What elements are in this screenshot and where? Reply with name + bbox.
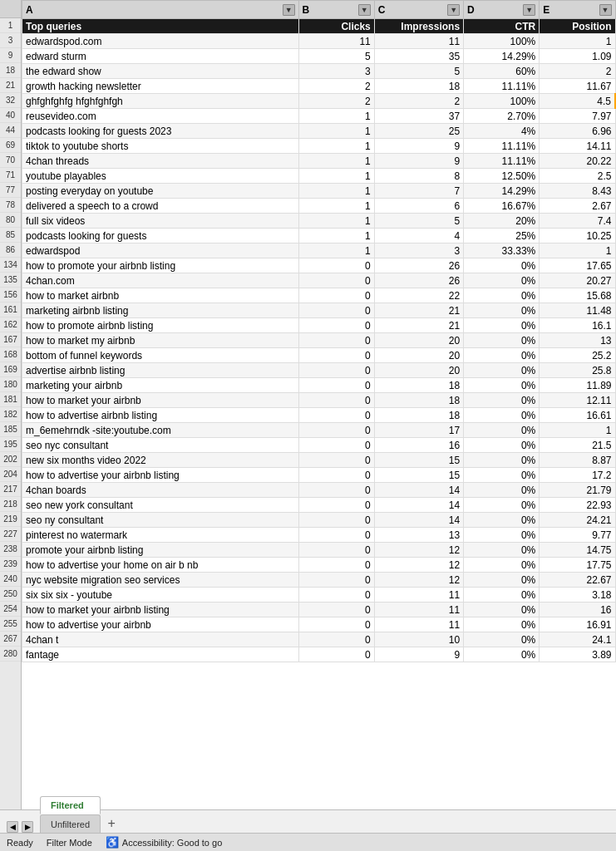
cell-ctr: 0% [464, 588, 540, 603]
tab-prev-button[interactable]: ◀ [7, 821, 18, 833]
cell-position: 24.1 [540, 632, 615, 647]
row-num-135: 135 [0, 273, 21, 288]
row-num-195: 195 [0, 437, 21, 452]
table-row: seo nyc consultant0160%21.5 [22, 438, 616, 453]
ready-text: Ready [7, 838, 33, 848]
cell-impressions: 18 [374, 378, 463, 393]
col-header-d[interactable]: D▼ [464, 1, 540, 19]
cell-impressions: 12 [374, 558, 463, 573]
table-row: six six six - youtube0110%3.18 [22, 588, 616, 603]
row-num-240: 240 [0, 572, 21, 587]
table-area: A▼B▼C▼D▼E▼ Top queries Clicks Impression… [22, 0, 616, 809]
cell-position: 15.68 [540, 288, 615, 303]
cell-impressions: 2 [374, 94, 463, 109]
sheet-tab-filtered[interactable]: Filtered [40, 796, 101, 814]
cell-ctr: 14.29% [464, 184, 540, 199]
cell-query: how to advertise your airbnb [22, 617, 299, 632]
cell-impressions: 16 [374, 438, 463, 453]
filter-icon-a[interactable]: ▼ [283, 4, 295, 16]
add-sheet-button[interactable]: + [102, 814, 121, 833]
cell-impressions: 11 [374, 617, 463, 632]
tab-next-button[interactable]: ▶ [22, 821, 33, 833]
tab-navigation[interactable]: ◀ ▶ [7, 821, 33, 833]
cell-position: 14.11 [540, 139, 615, 154]
cell-impressions: 15 [374, 453, 463, 468]
row-num-data: 3918213240446970717778808586134135156161… [0, 33, 21, 662]
cell-position: 17.2 [540, 468, 615, 483]
header-ctr: CTR [464, 19, 540, 34]
table-row: seo ny consultant0140%24.21 [22, 513, 616, 528]
cell-query: marketing your airbnb [22, 378, 299, 393]
cell-ctr: 14.29% [464, 49, 540, 64]
cell-ctr: 4% [464, 124, 540, 139]
filter-icon-e[interactable]: ▼ [599, 4, 612, 16]
col-header-e[interactable]: E▼ [540, 1, 615, 19]
table-row: tiktok to youtube shorts1911.11%14.11 [22, 139, 616, 154]
cell-ctr: 0% [464, 573, 540, 588]
col-header-a[interactable]: A▼ [22, 1, 299, 19]
cell-clicks: 0 [298, 288, 374, 303]
cell-clicks: 1 [298, 139, 374, 154]
cell-ctr: 16.67% [464, 199, 540, 214]
cell-query: the edward show [22, 64, 299, 79]
cell-impressions: 22 [374, 288, 463, 303]
cell-query: delivered a speech to a crowd [22, 199, 299, 214]
cell-query: podcasts looking for guests [22, 229, 299, 243]
cell-ctr: 25% [464, 229, 540, 243]
cell-impressions: 4 [374, 229, 463, 243]
filter-icon-d[interactable]: ▼ [523, 4, 535, 16]
sheet-tab-unfiltered[interactable]: Unfiltered [40, 814, 101, 833]
row-num-204: 204 [0, 467, 21, 482]
cell-position: 16.1 [540, 318, 615, 333]
cell-clicks: 5 [298, 49, 374, 64]
row-num-250: 250 [0, 587, 21, 602]
row-num-78: 78 [0, 198, 21, 213]
row-num-44: 44 [0, 123, 21, 138]
cell-impressions: 21 [374, 318, 463, 333]
row-num-21: 21 [0, 78, 21, 93]
cell-query: fantage [22, 647, 299, 662]
cell-ctr: 0% [464, 603, 540, 617]
row-num-32: 32 [0, 93, 21, 108]
row-num-85: 85 [0, 228, 21, 243]
col-header-c[interactable]: C▼ [374, 1, 463, 19]
cell-query: 4chan t [22, 632, 299, 647]
table-row: the edward show3560%2 [22, 64, 616, 79]
cell-position: 11.67 [540, 79, 615, 94]
row-num-69: 69 [0, 138, 21, 153]
table-row: seo new york consultant0140%22.93 [22, 498, 616, 513]
cell-query: ghfghfghfg hfghfghfgh [22, 94, 299, 109]
cell-query: podcasts looking for guests 2023 [22, 124, 299, 139]
cell-impressions: 9 [374, 154, 463, 169]
cell-impressions: 6 [374, 199, 463, 214]
cell-impressions: 11 [374, 588, 463, 603]
cell-impressions: 37 [374, 109, 463, 124]
filter-icon-b[interactable]: ▼ [358, 4, 371, 16]
cell-position: 24.21 [540, 513, 615, 528]
table-row: how to advertise your airbnb listing0150… [22, 468, 616, 483]
cell-ctr: 0% [464, 348, 540, 363]
cell-position: 3.18 [540, 588, 615, 603]
cell-ctr: 0% [464, 528, 540, 543]
cell-position: 22.67 [540, 573, 615, 588]
table-row: edwardspod1333.33%1 [22, 243, 616, 258]
cell-impressions: 11 [374, 603, 463, 617]
table-row: 4chan threads1911.11%20.22 [22, 154, 616, 169]
cell-position: 7.4 [540, 214, 615, 229]
row-num-181: 181 [0, 392, 21, 407]
cell-query: 4chan boards [22, 483, 299, 498]
table-row: 4chan boards0140%21.79 [22, 483, 616, 498]
cell-query: how to market your airbnb [22, 393, 299, 408]
col-header-b[interactable]: B▼ [298, 1, 374, 19]
cell-ctr: 0% [464, 453, 540, 468]
cell-query: posting everyday on youtube [22, 184, 299, 199]
cell-clicks: 0 [298, 318, 374, 333]
cell-clicks: 2 [298, 94, 374, 109]
filter-icon-c[interactable]: ▼ [447, 4, 460, 16]
cell-ctr: 33.33% [464, 243, 540, 258]
cell-position: 1 [540, 243, 615, 258]
cell-ctr: 0% [464, 303, 540, 318]
cell-impressions: 11 [374, 34, 463, 49]
cell-query: promote your airbnb listing [22, 543, 299, 558]
row-num-1: 1 [0, 18, 21, 33]
